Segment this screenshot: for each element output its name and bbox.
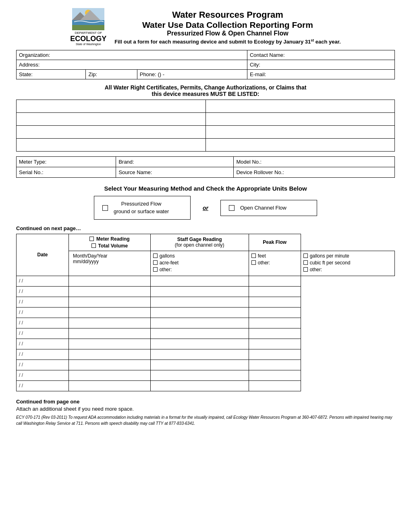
meter-reading-checkbox[interactable] — [89, 237, 94, 241]
table-row: / / — [17, 297, 395, 307]
table-row: / / — [17, 349, 395, 360]
date-cell: / / — [17, 380, 69, 391]
peak-flow-cell — [249, 318, 301, 328]
table-row: / / — [17, 307, 395, 318]
meter-reading-cell — [69, 339, 151, 349]
contact-name-cell: Contact Name: — [247, 50, 394, 60]
gage-reading-cell — [150, 349, 249, 360]
data-table: Date Meter Reading Total Volume Staff Ga… — [16, 234, 395, 391]
contact-row-1: Organization: Contact Name: — [17, 50, 395, 60]
date-cell: / / — [17, 349, 69, 360]
table-row: / / — [17, 339, 395, 349]
contact-row-3: State: Zip: Phone: () - E-mail: — [17, 70, 395, 79]
volume-units-cell: gallons acre-feet other: — [150, 251, 249, 276]
cfs-checkbox[interactable] — [303, 260, 308, 265]
total-volume-checkbox[interactable] — [91, 243, 96, 248]
or-separator: or — [191, 205, 220, 211]
page-header: DEPARTMENT OF ECOLOGY State of Washingto… — [16, 8, 395, 46]
gallons-option: gallons — [153, 253, 246, 259]
open-channel-text: Open Channel Flow — [240, 204, 286, 212]
gage-reading-cell — [150, 370, 249, 380]
ecology-logo-icon — [72, 8, 104, 30]
rollover-cell: Device Rollover No.: — [234, 167, 395, 178]
meter-reading-cell — [69, 297, 151, 307]
wr-row-1 — [17, 100, 395, 113]
other1-checkbox[interactable] — [153, 267, 158, 272]
date-header-cell: Date — [17, 234, 69, 276]
meter-reading-cell — [69, 349, 151, 360]
wr-cell-5 — [17, 126, 206, 139]
meter-reading-cell — [69, 328, 151, 339]
meter-reading-cell — [69, 370, 151, 380]
other3-checkbox[interactable] — [303, 267, 308, 272]
gpm-checkbox[interactable] — [303, 254, 308, 258]
meter-reading-cell — [69, 276, 151, 286]
table-row: / / — [17, 328, 395, 339]
phone-cell: Phone: () - — [137, 70, 247, 79]
source-cell: Source Name: — [116, 167, 234, 178]
meter-reading-cell — [69, 286, 151, 297]
other1-option: other: — [153, 267, 246, 272]
gage-reading-cell — [150, 297, 249, 307]
wr-row-2 — [17, 113, 395, 126]
gage-reading-cell — [150, 307, 249, 318]
pressurized-text: Pressurized Flow ground or surface water — [114, 200, 169, 215]
table-row: / / — [17, 276, 395, 286]
meter-units-cell: Month/Day/Year mm/dd/yyyy — [69, 251, 151, 276]
date-cell: / / — [17, 339, 69, 349]
pressurized-flow-option[interactable]: Pressurized Flow ground or surface water — [94, 196, 191, 219]
table-row: / / — [17, 370, 395, 380]
method-title: Select Your Measuring Method and Check t… — [16, 185, 395, 192]
peak-units-cell: gallons per minute cubic ft per second o… — [301, 251, 394, 276]
feet-option: feet — [251, 253, 298, 259]
peak-flow-cell — [249, 360, 301, 370]
peak-flow-cell — [249, 307, 301, 318]
feet-checkbox[interactable] — [251, 254, 256, 258]
peak-flow-cell — [249, 276, 301, 286]
main-title: Water Resources Program — [114, 10, 340, 20]
open-channel-checkbox[interactable] — [229, 205, 235, 211]
meter-type-cell: Meter Type: — [17, 157, 116, 167]
serial-cell: Serial No.: — [17, 167, 116, 178]
pressurized-checkbox[interactable] — [102, 205, 108, 211]
dept-text: DEPARTMENT OF ECOLOGY State of Washingto… — [70, 31, 106, 46]
gage-reading-cell — [150, 286, 249, 297]
meter-reading-cell — [69, 360, 151, 370]
gage-reading-cell — [150, 318, 249, 328]
open-channel-option[interactable]: Open Channel Flow — [220, 200, 317, 216]
address-cell: Address: — [17, 60, 247, 70]
org-cell: Organization: — [17, 50, 247, 60]
gage-reading-cell — [150, 339, 249, 349]
other2-checkbox[interactable] — [251, 260, 256, 265]
gage-reading-cell — [150, 380, 249, 391]
table-row: / / — [17, 360, 395, 370]
table-row: / / — [17, 380, 395, 391]
date-cell: / / — [17, 328, 69, 339]
table-row: / / — [17, 318, 395, 328]
email-cell: E-mail: — [247, 70, 394, 79]
svg-rect-4 — [72, 20, 104, 25]
data-table-header: Date Meter Reading Total Volume Staff Ga… — [17, 234, 395, 251]
logo-area: DEPARTMENT OF ECOLOGY State of Washingto… — [70, 8, 106, 46]
gallons-checkbox[interactable] — [153, 254, 158, 258]
title-area: Water Resources Program Water Use Data C… — [114, 10, 340, 45]
peak-flow-cell — [249, 339, 301, 349]
state-cell: State: — [17, 70, 86, 79]
contact-row-2: Address: City: — [17, 60, 395, 70]
gpm-option: gallons per minute — [303, 253, 392, 259]
date-cell: / / — [17, 276, 69, 286]
date-cell: / / — [17, 318, 69, 328]
method-row: Pressurized Flow ground or surface water… — [16, 196, 395, 219]
zip-cell: Zip: — [86, 70, 137, 79]
other2-option: other: — [251, 260, 298, 266]
date-format: Month/Day/Year mm/dd/yyyy — [73, 253, 148, 264]
wr-cell-2 — [206, 100, 395, 113]
gage-units-cell: feet other: — [249, 251, 301, 276]
footer-continued: Continued from page one — [16, 399, 395, 405]
peak-flow-cell — [249, 349, 301, 360]
acre-feet-checkbox[interactable] — [153, 260, 158, 265]
meter-row-2: Serial No.: Source Name: Device Rollover… — [17, 167, 395, 178]
meter-reading-header-cell: Meter Reading Total Volume — [69, 234, 151, 251]
wr-row-4 — [17, 139, 395, 152]
dept-state: State of Washington — [70, 42, 106, 46]
